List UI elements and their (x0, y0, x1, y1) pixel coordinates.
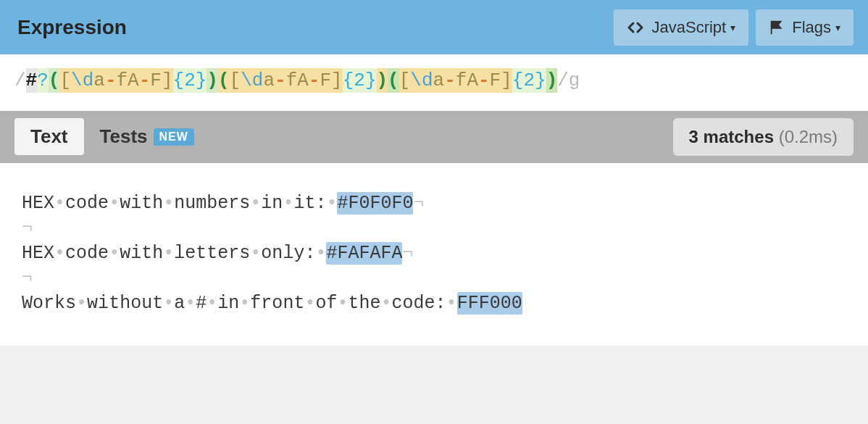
page-title: Expression (14, 16, 614, 39)
regex-range-char: f (116, 68, 128, 93)
text-fragment: HEX•code•with•numbers•in•it:• (22, 193, 337, 214)
regex-charclass-close: ] (501, 68, 512, 93)
flags-label: Flags (792, 18, 831, 37)
regex-group-open: ( (388, 68, 399, 93)
flag-icon (769, 20, 785, 36)
regex-curly-n: 2 (354, 68, 365, 93)
tab-label: Text (30, 125, 68, 148)
regex-range-char: A (467, 68, 478, 93)
regex-range-char: a (93, 68, 105, 93)
header-buttons: JavaScript ▾ Flags ▾ (614, 9, 854, 46)
regex-delimiter-open: / (14, 68, 26, 93)
regex-group-open: ( (218, 68, 230, 93)
flags-button[interactable]: Flags ▾ (756, 9, 854, 46)
match-highlight: FFF000 (457, 292, 522, 315)
regex-flag: g (569, 68, 580, 93)
regex-range-dash: - (275, 68, 286, 93)
test-text-area[interactable]: HEX•code•with•numbers•in•it:•#F0F0F0¬ ¬ … (0, 163, 868, 346)
language-button[interactable]: JavaScript ▾ (614, 9, 748, 46)
regex-escape: \d (71, 68, 93, 93)
regex-range-char: A (297, 68, 309, 93)
regex-range-dash: - (309, 68, 320, 93)
match-highlight: #F0F0F0 (337, 192, 413, 215)
matches-count: 3 matches (689, 127, 774, 146)
eol-marker: ¬ (22, 267, 33, 288)
tab-text[interactable]: Text (14, 118, 84, 155)
regex-range-dash: - (105, 68, 117, 93)
regex-range-dash: - (478, 68, 490, 93)
regex-delimiter-close: / (557, 68, 569, 93)
regex-curly-open: { (343, 68, 354, 93)
regex-curly-close: } (365, 68, 377, 93)
chevron-down-icon: ▾ (835, 22, 840, 33)
expression-input[interactable]: /#?([\da-fA-F]{2})([\da-fA-F]{2})([\da-f… (0, 54, 868, 111)
matches-timing: (0.2ms) (779, 127, 838, 146)
regex-curly-n: 2 (184, 68, 196, 93)
text-fragment: Works•without•a•#•in•front•of•the•code:• (22, 293, 457, 314)
text-fragment: HEX•code•with•letters•only:• (22, 243, 326, 264)
regex-range-dash: - (139, 68, 151, 93)
text-line: HEX•code•with•numbers•in•it:•#F0F0F0¬ (22, 192, 846, 216)
tab-tests[interactable]: Tests NEW (84, 118, 210, 155)
text-line: HEX•code•with•letters•only:•#FAFAFA¬ (22, 242, 846, 266)
regex-literal: # (26, 68, 38, 93)
language-label: JavaScript (651, 18, 726, 37)
tab-label: Tests (100, 125, 148, 148)
eol-marker: ¬ (22, 217, 33, 238)
regex-charclass-open: [ (399, 68, 411, 93)
regex-range-char: a (263, 68, 275, 93)
eol-marker: ¬ (402, 243, 413, 264)
header-bar: Expression JavaScript ▾ Flags ▾ (0, 0, 868, 54)
regex-range-char: A (128, 68, 139, 93)
tabs: Text Tests NEW (14, 118, 210, 155)
text-line: ¬ (22, 267, 846, 291)
regex-curly-n: 2 (523, 68, 535, 93)
controls-row: Text Tests NEW 3 matches (0.2ms) (0, 111, 868, 163)
regex-charclass-close: ] (162, 68, 173, 93)
match-highlight: #FAFAFA (326, 242, 402, 265)
regex-group-close: ) (546, 68, 558, 93)
regex-group-close: ) (377, 68, 388, 93)
text-line: ¬ (22, 217, 846, 241)
regex-escape: \d (241, 68, 263, 93)
eol-marker: ¬ (413, 193, 424, 214)
chevron-down-icon: ▾ (730, 22, 735, 33)
regex-range-char: F (490, 68, 501, 93)
regex-curly-open: { (512, 68, 524, 93)
regex-group-close: ) (206, 68, 218, 93)
regex-range-dash: - (444, 68, 456, 93)
matches-pill[interactable]: 3 matches (0.2ms) (673, 118, 854, 156)
regex-range-char: f (286, 68, 298, 93)
regex-curly-close: } (535, 68, 546, 93)
regex-range-char: F (150, 68, 162, 93)
text-line: Works•without•a•#•in•front•of•the•code:•… (22, 292, 846, 316)
regex-range-char: f (456, 68, 467, 93)
regex-charclass-open: [ (59, 68, 71, 93)
regex-charclass-open: [ (230, 68, 241, 93)
regex-escape: \d (410, 68, 433, 93)
regex-curly-close: } (196, 68, 207, 93)
regex-range-char: a (433, 68, 445, 93)
regex-group-open: ( (49, 68, 60, 93)
code-icon (627, 19, 644, 36)
regex-charclass-close: ] (331, 68, 343, 93)
regex-quantifier: ? (37, 68, 49, 93)
regex-curly-open: { (173, 68, 185, 93)
regex-range-char: F (320, 68, 331, 93)
new-badge: NEW (154, 128, 194, 146)
